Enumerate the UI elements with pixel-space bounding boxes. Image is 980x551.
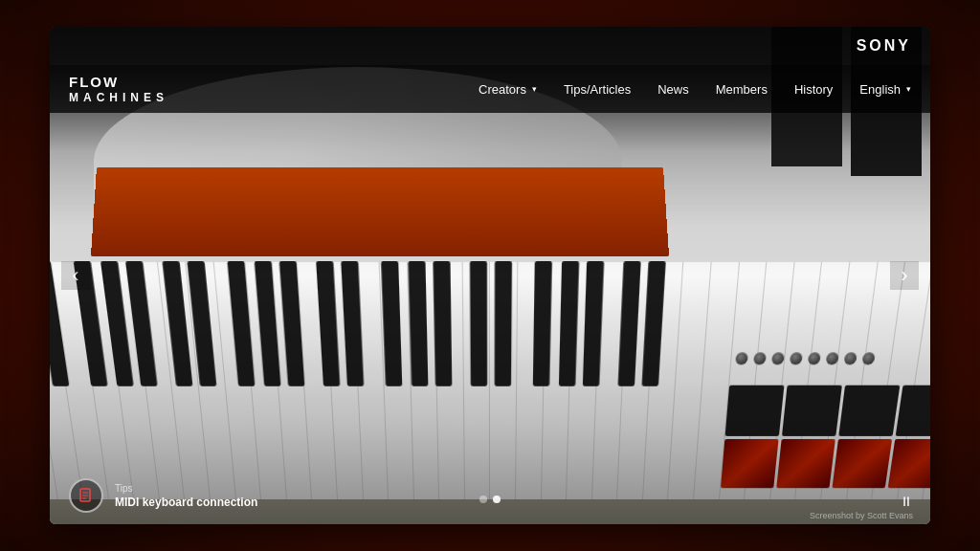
browser-window: SONY FLOW MACHINES Creators ▾ Tips/Artic…	[50, 27, 930, 524]
nav-item-language[interactable]: English ▾	[859, 82, 911, 97]
tip-card[interactable]: Tips MIDI keyboard connection	[69, 478, 257, 513]
slide-dot-2[interactable]	[493, 496, 501, 503]
tip-icon	[69, 478, 103, 513]
logo-flow: FLOW	[69, 74, 168, 91]
logo-machines: MACHINES	[69, 91, 168, 104]
tip-title: MIDI keyboard connection	[115, 496, 257, 509]
tip-text: Tips MIDI keyboard connection	[115, 483, 257, 509]
sony-logo: SONY	[857, 37, 911, 55]
chevron-down-icon: ▾	[532, 84, 537, 94]
nav-menu: Creators ▾ Tips/Articles News Members Hi…	[479, 82, 911, 97]
nav-item-members[interactable]: Members	[716, 82, 768, 97]
tip-category: Tips	[115, 483, 257, 494]
top-bar: SONY	[50, 27, 930, 65]
document-icon	[78, 488, 94, 503]
next-slide-button[interactable]: ›	[890, 261, 919, 290]
pause-button[interactable]: ⏸	[900, 494, 913, 509]
photo-credit: Screenshot by Scott Evans	[810, 511, 913, 520]
nav-item-news[interactable]: News	[657, 82, 689, 97]
prev-slide-button[interactable]: ‹	[61, 261, 90, 290]
slide-dot-1[interactable]	[479, 496, 487, 503]
nav-item-creators[interactable]: Creators ▾	[479, 82, 537, 97]
navigation: FLOW MACHINES Creators ▾ Tips/Articles N…	[50, 65, 930, 113]
nav-item-tips[interactable]: Tips/Articles	[564, 82, 631, 97]
chevron-down-icon: ▾	[906, 84, 911, 94]
nav-item-history[interactable]: History	[794, 82, 833, 97]
slide-indicators	[479, 496, 501, 503]
site-logo: FLOW MACHINES	[69, 74, 168, 104]
